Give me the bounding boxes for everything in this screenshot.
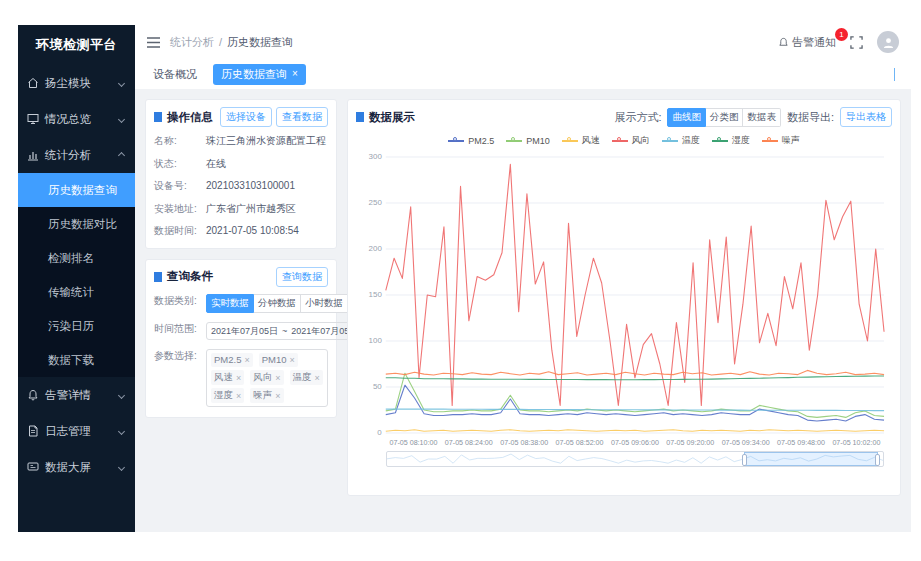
notification-badge: 1 [835, 28, 848, 41]
export-table-button[interactable]: 导出表格 [840, 107, 892, 127]
data-display-title: 数据展示 [369, 110, 609, 125]
left-column: 操作信息 选择设备 查看数据 名称: 珠江三角洲水资源配置工程 状态: [145, 99, 337, 418]
notification-label: 告警通知 [792, 35, 836, 50]
sidebar-item-data-download[interactable]: 数据下载 [18, 343, 135, 377]
param-tag-temperature: 温度× [290, 370, 323, 385]
legend-label: 噪声 [782, 134, 800, 147]
sidebar-item-label: 日志管理 [45, 424, 113, 439]
fullscreen-icon[interactable] [850, 36, 863, 49]
sidebar-item-statistics[interactable]: 统计分析 [18, 137, 135, 173]
legend-item[interactable]: PM2.5 [448, 134, 494, 147]
sidebar-item-pollution-calendar[interactable]: 污染日历 [18, 309, 135, 343]
sidebar-item-data-screen[interactable]: 数据大屏 [18, 449, 135, 485]
query-condition-title: 查询条件 [167, 269, 271, 284]
tag-close-icon[interactable]: × [236, 372, 241, 384]
legend-item[interactable]: 湿度 [712, 134, 750, 147]
legend-label: PM10 [526, 136, 550, 146]
sidebar-item-overview[interactable]: 情况总览 [18, 101, 135, 137]
query-data-button[interactable]: 查询数据 [276, 267, 328, 287]
sidebar-item-detect-ranking[interactable]: 检测排名 [18, 241, 135, 275]
legend-label: 风向 [632, 134, 650, 147]
device-info-title: 操作信息 [167, 110, 215, 125]
date-range-input[interactable]: 2021年07月05日 ~ 2021年07月05日 [206, 322, 363, 340]
tag-close-icon[interactable]: × [315, 372, 320, 384]
params-row: 参数选择: PM2.5× PM10× 风速× 风向× 温度× 湿度× 噪声× [154, 349, 328, 407]
legend-marker-icon [762, 140, 778, 142]
info-field-address: 安装地址: 广东省广州市越秀区 [154, 202, 328, 216]
main-area: 统计分析 / 历史数据查询 告警通知 1 设备概况 历史数据查询 [135, 25, 911, 532]
mode-category-button[interactable]: 分类图 [706, 108, 744, 127]
tab-device-overview[interactable]: 设备概况 [147, 64, 203, 85]
svg-text:07-05 09:06:00: 07-05 09:06:00 [611, 439, 659, 447]
select-device-button[interactable]: 选择设备 [220, 107, 272, 127]
svg-text:50: 50 [373, 382, 382, 391]
category-realtime-button[interactable]: 实时数据 [206, 294, 254, 313]
content-area: 操作信息 选择设备 查看数据 名称: 珠江三角洲水资源配置工程 状态: [135, 89, 911, 532]
chevron-down-icon [118, 79, 125, 86]
legend-item[interactable]: PM10 [506, 134, 550, 147]
param-tag-humidity: 湿度× [211, 388, 244, 403]
datazoom-slider[interactable] [386, 451, 884, 467]
app-title: 环境检测平台 [18, 25, 135, 65]
breadcrumb-current: 历史数据查询 [227, 35, 293, 50]
line-chart: 05010015020025030007-05 08:10:0007-05 08… [356, 149, 892, 449]
info-field-device-id: 设备号: 2021033103100001 [154, 179, 328, 193]
sidebar-item-history-compare[interactable]: 历史数据对比 [18, 207, 135, 241]
breadcrumb-parent[interactable]: 统计分析 [170, 35, 214, 50]
params-select[interactable]: PM2.5× PM10× 风速× 风向× 温度× 湿度× 噪声× [206, 349, 328, 407]
range-separator: ~ [282, 325, 287, 337]
datazoom-right-handle[interactable] [875, 454, 880, 466]
chart-icon [27, 149, 39, 161]
tag-close-icon[interactable]: × [275, 390, 280, 402]
sidebar-menu: 扬尘模块 情况总览 统计分析 历史数据查询 历史数据对比 检测排名 传输统计 污… [18, 65, 135, 532]
data-category-row: 数据类别: 实时数据 分钟数据 小时数据 日均数据 [154, 294, 328, 313]
datazoom-selection[interactable] [744, 452, 878, 466]
tab-history-query[interactable]: 历史数据查询 × [213, 64, 306, 85]
mode-curve-button[interactable]: 曲线图 [667, 108, 706, 127]
tab-close-icon[interactable]: × [292, 69, 298, 79]
sidebar-item-label: 扬尘模块 [45, 76, 113, 91]
document-icon [27, 425, 39, 437]
tag-close-icon[interactable]: × [275, 372, 280, 384]
header-actions: 告警通知 1 [778, 31, 899, 53]
view-data-button[interactable]: 查看数据 [276, 107, 328, 127]
monitor-icon [27, 113, 39, 125]
avatar[interactable] [877, 31, 899, 53]
category-hour-button[interactable]: 小时数据 [301, 294, 348, 313]
tag-close-icon[interactable]: × [290, 354, 295, 366]
tag-close-icon[interactable]: × [244, 354, 249, 366]
param-tag-windspeed: 风速× [211, 370, 244, 385]
user-icon [882, 36, 895, 49]
svg-text:250: 250 [369, 198, 383, 207]
legend-item[interactable]: 温度 [662, 134, 700, 147]
sidebar-item-transfer-stats[interactable]: 传输统计 [18, 275, 135, 309]
mode-table-button[interactable]: 数据表 [743, 108, 781, 127]
hamburger-menu-icon[interactable] [147, 37, 160, 48]
svg-text:300: 300 [369, 152, 383, 161]
legend-marker-icon [612, 140, 628, 142]
chevron-up-icon [118, 151, 125, 158]
title-marker [356, 112, 364, 122]
svg-text:07-05 08:24:00: 07-05 08:24:00 [445, 439, 493, 447]
param-tag-noise: 噪声× [250, 388, 283, 403]
screenshot-stage: 环境检测平台 扬尘模块 情况总览 统计分析 历史数据查询 历史数据对比 检测排名 [0, 0, 921, 561]
svg-text:07-05 09:48:00: 07-05 09:48:00 [777, 439, 825, 447]
sidebar-item-dust-module[interactable]: 扬尘模块 [18, 65, 135, 101]
info-field-data-time: 数据时间: 2021-07-05 10:08:54 [154, 224, 328, 238]
svg-text:07-05 09:20:00: 07-05 09:20:00 [666, 439, 714, 447]
tabbar-collapse-button[interactable] [894, 68, 897, 80]
sidebar-item-history-query[interactable]: 历史数据查询 [18, 173, 135, 207]
tag-close-icon[interactable]: × [236, 390, 241, 402]
chevron-down-icon [894, 68, 895, 81]
legend-item[interactable]: 风向 [612, 134, 650, 147]
legend-item[interactable]: 噪声 [762, 134, 800, 147]
legend-item[interactable]: 风速 [562, 134, 600, 147]
sidebar-item-alarm-detail[interactable]: 告警详情 [18, 377, 135, 413]
sidebar-item-label: 告警详情 [45, 388, 113, 403]
sidebar-item-label: 统计分析 [45, 148, 113, 163]
notification-button[interactable]: 告警通知 1 [778, 35, 836, 50]
sidebar-item-log-management[interactable]: 日志管理 [18, 413, 135, 449]
datazoom-left-handle[interactable] [742, 454, 747, 466]
breadcrumb: 统计分析 / 历史数据查询 [170, 35, 293, 50]
category-minute-button[interactable]: 分钟数据 [254, 294, 301, 313]
